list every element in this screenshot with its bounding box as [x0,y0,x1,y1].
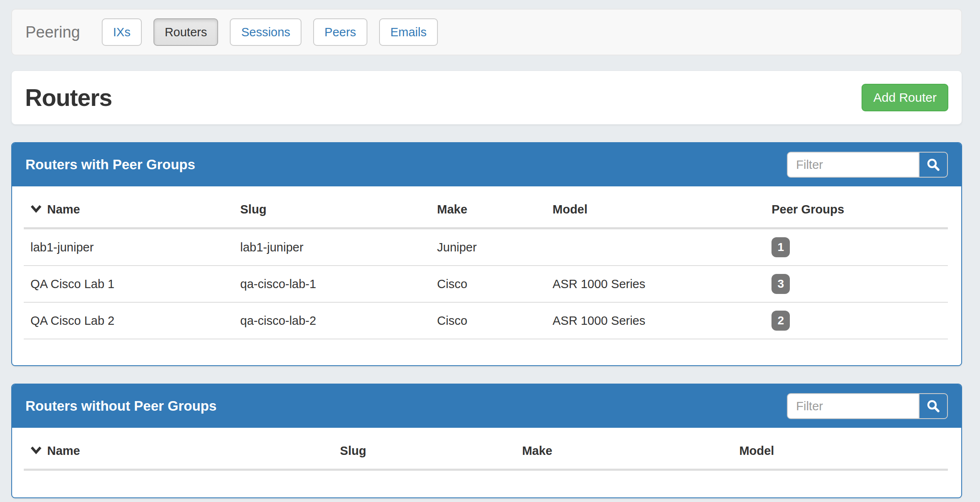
chevron-down-icon [30,202,42,216]
peering-navbar: Peering IXs Routers Sessions Peers Email… [11,9,962,55]
tab-ixs[interactable]: IXs [102,18,142,46]
nav-tabs: IXs Routers Sessions Peers Emails [102,18,438,46]
column-header-model[interactable]: Model [733,432,948,470]
panel-title: Routers without Peer Groups [25,398,216,414]
search-button[interactable] [919,393,948,419]
cell-slug: lab1-juniper [234,228,430,266]
cell-peer-groups: 2 [765,302,948,339]
page-title: Routers [25,84,112,111]
tab-peers[interactable]: Peers [313,18,367,46]
main-container: Peering IXs Routers Sessions Peers Email… [11,9,962,498]
search-icon [926,399,940,413]
routers-with-table-body: lab1-juniperlab1-juniperJuniper1QA Cisco… [24,228,948,339]
cell-model: ASR 1000 Series [546,302,765,339]
column-header-name[interactable]: Name [24,432,333,470]
table-header-row: Name Slug Make Model [24,432,948,470]
tab-routers[interactable]: Routers [153,18,219,46]
cell-slug: qa-cisco-lab-1 [234,266,430,302]
cell-make: Cisco [430,266,546,302]
tab-sessions[interactable]: Sessions [230,18,302,46]
search-icon [926,158,940,172]
table-header-row: Name Slug Make Model Peer Groups [24,191,948,228]
page-header-card: Routers Add Router [11,70,962,125]
chevron-down-icon [30,444,42,457]
column-header-make[interactable]: Make [430,191,546,228]
column-header-make[interactable]: Make [515,432,733,470]
peer-groups-count-badge: 3 [771,274,790,294]
cell-name: QA Cisco Lab 1 [24,266,234,302]
cell-peer-groups: 3 [765,266,948,302]
column-header-slug[interactable]: Slug [333,432,515,470]
column-header-slug[interactable]: Slug [234,191,430,228]
cell-slug: qa-cisco-lab-2 [234,302,430,339]
search-button[interactable] [919,152,948,178]
filter-input[interactable] [787,152,920,178]
panel-routers-without-peer-groups: Routers without Peer Groups [11,384,962,498]
column-header-peer-groups[interactable]: Peer Groups [765,191,948,228]
add-router-button[interactable]: Add Router [862,84,948,111]
filter-group [787,152,948,178]
filter-input[interactable] [787,393,920,419]
cell-name: lab1-juniper [24,228,234,266]
panel-heading: Routers without Peer Groups [12,384,961,428]
cell-make: Juniper [430,228,546,266]
panel-heading: Routers with Peer Groups [12,143,961,186]
routers-without-table: Name Slug Make Model [24,432,948,471]
tab-emails[interactable]: Emails [379,18,438,46]
brand-peering: Peering [25,23,80,41]
panel-routers-with-peer-groups: Routers with Peer Groups Na [11,142,962,366]
routers-with-table: Name Slug Make Model Peer Groups lab1-ju… [24,191,948,339]
column-header-name[interactable]: Name [24,191,234,228]
cell-model [546,228,765,266]
table-row: lab1-juniperlab1-juniperJuniper1 [24,228,948,266]
peer-groups-count-badge: 1 [771,237,790,257]
table-row: QA Cisco Lab 1qa-cisco-lab-1CiscoASR 100… [24,266,948,302]
cell-make: Cisco [430,302,546,339]
cell-name: QA Cisco Lab 2 [24,302,234,339]
table-row: QA Cisco Lab 2qa-cisco-lab-2CiscoASR 100… [24,302,948,339]
column-header-model[interactable]: Model [546,191,765,228]
panel-title: Routers with Peer Groups [25,157,195,173]
cell-model: ASR 1000 Series [546,266,765,302]
filter-group [787,393,948,419]
cell-peer-groups: 1 [765,228,948,266]
peer-groups-count-badge: 2 [771,311,790,331]
